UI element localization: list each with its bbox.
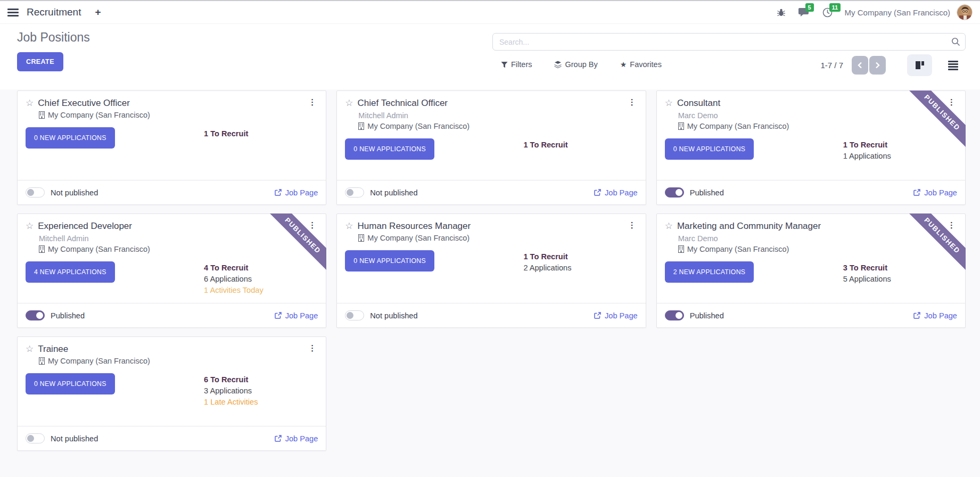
publish-status-label: Not published (370, 188, 417, 197)
new-applications-button[interactable]: 2 NEW APPLICATIONS (665, 261, 754, 283)
new-applications-button[interactable]: 0 NEW APPLICATIONS (26, 373, 115, 394)
to-recruit-count[interactable]: 1 To Recruit (204, 128, 248, 139)
job-page-link[interactable]: Job Page (913, 311, 957, 320)
to-recruit-count[interactable]: 6 To Recruit (204, 374, 258, 385)
job-page-link[interactable]: Job Page (275, 434, 318, 443)
job-page-label: Job Page (924, 188, 957, 197)
publish-toggle[interactable] (26, 187, 45, 198)
job-position-card[interactable]: PUBLISHED ☆ Marketing and Community Mana… (656, 213, 966, 328)
app-title[interactable]: Recruitment (27, 6, 81, 18)
favorites-button[interactable]: ★ Favorites (620, 60, 662, 69)
job-title[interactable]: Human Resources Manager (358, 220, 471, 232)
to-recruit-count[interactable]: 3 To Recruit (843, 262, 891, 273)
job-page-link[interactable]: Job Page (275, 311, 318, 320)
new-applications-button[interactable]: 0 NEW APPLICATIONS (345, 250, 434, 272)
job-page-link[interactable]: Job Page (275, 188, 318, 197)
external-link-icon (594, 189, 601, 196)
to-recruit-count[interactable]: 1 To Recruit (523, 251, 571, 262)
apps-menu-icon[interactable] (7, 9, 19, 17)
favorite-star-icon[interactable]: ☆ (345, 220, 353, 232)
new-applications-button[interactable]: 0 NEW APPLICATIONS (665, 138, 754, 160)
building-icon (358, 234, 364, 242)
new-applications-button[interactable]: 0 NEW APPLICATIONS (26, 127, 115, 149)
kebab-menu-icon[interactable]: ⋮ (627, 97, 638, 106)
publish-toggle[interactable] (345, 187, 364, 198)
publish-toggle[interactable] (26, 310, 45, 320)
new-applications-button[interactable]: 4 NEW APPLICATIONS (26, 261, 115, 283)
to-recruit-count[interactable]: 4 To Recruit (204, 262, 263, 273)
applications-count[interactable]: 1 Applications (843, 151, 891, 161)
user-avatar[interactable] (957, 4, 973, 20)
activity-label[interactable]: 1 Late Activities (204, 397, 258, 407)
job-title[interactable]: Consultant (677, 97, 720, 109)
to-recruit-count[interactable]: 1 To Recruit (523, 139, 567, 150)
job-title[interactable]: Trainee (38, 343, 68, 355)
job-page-link[interactable]: Job Page (913, 188, 957, 197)
search-input[interactable] (492, 33, 966, 51)
favorite-star-icon[interactable]: ☆ (345, 97, 353, 109)
job-title[interactable]: Chief Technical Officer (358, 97, 448, 109)
list-view-button[interactable] (941, 54, 966, 76)
job-title[interactable]: Marketing and Community Manager (677, 220, 821, 232)
activities-clock-icon[interactable]: 11 (820, 6, 835, 19)
favorite-star-icon[interactable]: ☆ (26, 97, 34, 109)
applications-count[interactable]: 5 Applications (843, 274, 891, 284)
building-icon (678, 245, 684, 253)
favorite-star-icon[interactable]: ☆ (26, 220, 34, 232)
kebab-menu-icon[interactable]: ⋮ (307, 343, 318, 352)
kanban-view-button[interactable] (907, 54, 932, 76)
kebab-menu-icon[interactable]: ⋮ (946, 97, 957, 106)
group-by-button[interactable]: Group By (554, 60, 597, 69)
search-icon[interactable] (951, 37, 960, 48)
job-position-card[interactable]: ☆ Chief Technical Officer ⋮ Mitchell Adm… (336, 91, 646, 205)
pager-previous-button[interactable] (852, 56, 868, 75)
job-page-link[interactable]: Job Page (594, 188, 638, 197)
kebab-menu-icon[interactable]: ⋮ (946, 220, 957, 229)
job-position-card[interactable]: PUBLISHED ☆ Experienced Developer ⋮ Mitc… (17, 213, 326, 328)
kebab-menu-icon[interactable]: ⋮ (307, 220, 318, 229)
job-page-link[interactable]: Job Page (594, 311, 638, 320)
card-main: ☆ Human Resources Manager ⋮ My Company (… (337, 214, 645, 303)
activity-label[interactable]: 1 Activities Today (204, 285, 263, 295)
publish-toggle[interactable] (345, 310, 364, 320)
applications-count[interactable]: 2 Applications (523, 262, 571, 273)
kebab-menu-icon[interactable]: ⋮ (307, 97, 318, 106)
publish-status-label: Published (51, 311, 85, 320)
pager-next-button[interactable] (869, 56, 886, 75)
job-position-card[interactable]: ☆ Human Resources Manager ⋮ My Company (… (336, 213, 646, 328)
job-title[interactable]: Experienced Developer (38, 220, 132, 232)
kebab-menu-icon[interactable]: ⋮ (627, 220, 638, 229)
company-name: My Company (San Francisco) (48, 245, 150, 253)
publish-toggle[interactable] (665, 310, 684, 320)
publish-status-label: Published (690, 311, 724, 320)
favorite-star-icon[interactable]: ☆ (26, 343, 34, 355)
publish-status-label: Not published (51, 188, 98, 197)
company-line: My Company (San Francisco) (39, 111, 318, 119)
add-tab-icon[interactable]: + (95, 6, 101, 18)
applications-count[interactable]: 6 Applications (204, 274, 263, 284)
card-main: ☆ Chief Technical Officer ⋮ Mitchell Adm… (337, 91, 645, 180)
debug-bug-icon[interactable] (774, 6, 788, 19)
job-title[interactable]: Chief Executive Officer (38, 97, 130, 109)
filters-button[interactable]: Filters (501, 60, 532, 69)
publish-toggle[interactable] (26, 433, 45, 443)
job-position-card[interactable]: ☆ Trainee ⋮ My Company (San Francisco) 0… (17, 336, 326, 451)
create-button[interactable]: CREATE (17, 52, 63, 71)
card-stats: 6 To Recruit 3 Applications 1 Late Activ… (204, 374, 258, 407)
job-page-label: Job Page (605, 311, 638, 320)
job-position-card[interactable]: ☆ Chief Executive Officer ⋮ My Company (… (17, 91, 326, 205)
recruiter-name: Mitchell Admin (358, 111, 637, 120)
to-recruit-count[interactable]: 1 To Recruit (843, 139, 891, 150)
filters-label: Filters (511, 60, 532, 69)
job-page-label: Job Page (924, 311, 957, 320)
job-position-card[interactable]: PUBLISHED ☆ Consultant ⋮ Marc Demo My Co… (656, 91, 966, 205)
applications-count[interactable]: 3 Applications (204, 385, 258, 396)
card-header: ☆ Human Resources Manager ⋮ (345, 220, 637, 232)
favorite-star-icon[interactable]: ☆ (665, 97, 673, 109)
publish-toggle[interactable] (665, 187, 684, 198)
favorite-star-icon[interactable]: ☆ (665, 220, 673, 232)
pager-range: 1-7 / 7 (820, 61, 843, 70)
new-applications-button[interactable]: 0 NEW APPLICATIONS (345, 138, 434, 160)
messages-icon[interactable]: 5 (796, 6, 812, 19)
company-switcher[interactable]: My Company (San Francisco) (845, 8, 950, 17)
